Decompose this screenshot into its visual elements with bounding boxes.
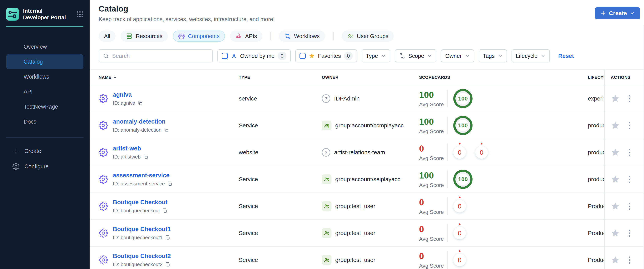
scorecard-rings: 100 bbox=[453, 116, 472, 135]
sidebar-item-overview[interactable]: Overview bbox=[0, 39, 90, 54]
favorites-filter[interactable]: Favorites 0 bbox=[295, 49, 357, 62]
tab-components[interactable]: Components bbox=[173, 30, 225, 42]
favorite-star-button[interactable] bbox=[611, 202, 620, 211]
scope-dropdown[interactable]: Scope bbox=[395, 49, 436, 62]
tags-dropdown[interactable]: Tags bbox=[479, 49, 507, 62]
sidebar-item-api[interactable]: API bbox=[0, 84, 90, 99]
copy-icon[interactable] bbox=[165, 262, 170, 267]
entity-id: ID: assessment-service bbox=[113, 181, 165, 187]
favorite-star-button[interactable] bbox=[611, 148, 620, 157]
row-menu-button[interactable] bbox=[628, 202, 631, 211]
column-header-name[interactable]: NAME bbox=[98, 75, 116, 80]
sidebar-item-workflows[interactable]: Workflows bbox=[0, 69, 90, 84]
favorites-checkbox[interactable] bbox=[300, 53, 306, 59]
avg-score-value: 100 bbox=[419, 116, 447, 127]
sidebar-create-button[interactable]: Create bbox=[0, 143, 90, 159]
favorites-count: 0 bbox=[344, 52, 353, 60]
copy-icon[interactable] bbox=[143, 154, 148, 160]
entity-name-link[interactable]: Boutique Checkout2 bbox=[113, 253, 171, 260]
scorecard-ring[interactable]: 100 bbox=[453, 170, 472, 189]
sidebar-configure-button[interactable]: Configure bbox=[0, 159, 90, 174]
reset-filters-link[interactable]: Reset bbox=[558, 53, 574, 59]
scorecard-ring[interactable]: 0 bbox=[453, 200, 466, 213]
group-icon bbox=[322, 255, 332, 265]
owned-by-me-checkbox[interactable] bbox=[222, 53, 228, 59]
owner-name: IDPAdmin bbox=[334, 95, 360, 102]
table-row: Boutique Checkout2 ID: boutiquecheckout2… bbox=[90, 247, 644, 269]
type-dropdown[interactable]: Type bbox=[362, 49, 390, 62]
copy-icon[interactable] bbox=[167, 181, 172, 186]
column-header-lifecycle[interactable]: LIFECYCLE bbox=[588, 75, 604, 80]
column-header-type[interactable]: TYPE bbox=[233, 75, 322, 80]
scorecard-ring[interactable]: 0 bbox=[453, 227, 466, 240]
entity-name-link[interactable]: Boutique Checkout bbox=[113, 199, 168, 206]
sidebar-item-docs[interactable]: Docs bbox=[0, 114, 90, 129]
plus-icon bbox=[600, 10, 606, 16]
table-header: NAME TYPE OWNER SCORECARDS LIFECYCLE ACT… bbox=[90, 69, 644, 85]
component-gear-icon bbox=[98, 175, 108, 184]
apps-grid-icon[interactable] bbox=[76, 10, 84, 18]
search-box[interactable] bbox=[98, 49, 213, 62]
create-button-label: Create bbox=[609, 10, 627, 16]
entity-tabs: All Resources Components APIs Workflows bbox=[98, 30, 644, 42]
tags-dropdown-label: Tags bbox=[483, 53, 495, 59]
owned-by-me-filter[interactable]: Owned by me 0 bbox=[218, 49, 291, 62]
search-input[interactable] bbox=[112, 53, 208, 59]
owner-dropdown[interactable]: Owner bbox=[441, 49, 474, 62]
avg-score-value: 0 bbox=[419, 197, 447, 208]
copy-icon[interactable] bbox=[164, 127, 169, 133]
entity-name-link[interactable]: agniva bbox=[113, 91, 143, 98]
favorite-star-button[interactable] bbox=[611, 229, 620, 238]
column-header-scorecards[interactable]: SCORECARDS bbox=[419, 75, 588, 80]
sidebar-create-label: Create bbox=[24, 148, 41, 154]
tab-user-groups[interactable]: User Groups bbox=[342, 30, 394, 42]
scorecard-ring[interactable]: 100 bbox=[453, 89, 472, 108]
tab-group-divider bbox=[270, 32, 271, 40]
sidebar-item-testnewpage[interactable]: TestNewPage bbox=[0, 99, 90, 114]
copy-icon[interactable] bbox=[162, 208, 167, 213]
column-header-owner[interactable]: OWNER bbox=[322, 75, 419, 80]
lifecycle-dropdown[interactable]: Lifecycle bbox=[512, 49, 550, 62]
tab-resources[interactable]: Resources bbox=[120, 30, 168, 42]
entity-name-link[interactable]: anomaly-detection bbox=[113, 118, 169, 125]
components-gear-icon bbox=[178, 33, 185, 39]
favorite-star-button[interactable] bbox=[611, 255, 620, 265]
row-menu-button[interactable] bbox=[628, 255, 631, 265]
row-menu-button[interactable] bbox=[628, 121, 631, 130]
favorite-star-button[interactable] bbox=[611, 94, 620, 103]
scorecard-rings: 0 bbox=[453, 254, 466, 266]
page-subtitle: Keep track of applications, services, we… bbox=[98, 16, 275, 22]
sidebar-item-catalog[interactable]: Catalog bbox=[6, 54, 83, 69]
copy-icon[interactable] bbox=[165, 235, 170, 240]
entity-name-link[interactable]: Boutique Checkout1 bbox=[113, 226, 171, 233]
copy-icon[interactable] bbox=[138, 100, 143, 106]
lifecycle-value: production bbox=[588, 149, 604, 155]
sort-asc-icon bbox=[114, 76, 116, 78]
entity-name-link[interactable]: artist-web bbox=[113, 145, 148, 152]
row-menu-button[interactable] bbox=[628, 94, 631, 103]
tab-resources-label: Resources bbox=[136, 33, 162, 39]
favorite-star-button[interactable] bbox=[611, 121, 620, 130]
component-gear-icon bbox=[98, 121, 108, 130]
create-button[interactable]: Create bbox=[595, 7, 640, 19]
scorecard-ring[interactable]: 0 bbox=[475, 146, 488, 159]
scorecard-ring[interactable]: 100 bbox=[453, 116, 472, 135]
table-row: artist-web ID: artistweb website ? artis… bbox=[90, 139, 644, 166]
tab-workflows[interactable]: Workflows bbox=[279, 30, 325, 42]
row-menu-button[interactable] bbox=[628, 148, 631, 157]
entity-name-link[interactable]: assessment-service bbox=[113, 172, 172, 179]
row-menu-button[interactable] bbox=[628, 175, 631, 184]
table-row: Boutique Checkout ID: boutiquecheckout S… bbox=[90, 193, 644, 220]
favorite-star-button[interactable] bbox=[611, 175, 620, 184]
scope-dropdown-label: Scope bbox=[408, 53, 424, 59]
scorecard-ring[interactable]: 0 bbox=[453, 146, 466, 159]
scorecard-rings: 00 bbox=[453, 146, 488, 159]
scorecard-ring[interactable]: 0 bbox=[453, 254, 466, 266]
catalog-table: NAME TYPE OWNER SCORECARDS LIFECYCLE ACT… bbox=[90, 69, 644, 269]
tab-all[interactable]: All bbox=[98, 30, 116, 42]
owner-name: group:account/ccmplayacc bbox=[335, 122, 404, 129]
scrollbar-track[interactable] bbox=[643, 25, 644, 269]
scorecard-divider bbox=[447, 90, 448, 107]
tab-apis[interactable]: APIs bbox=[230, 30, 262, 42]
row-menu-button[interactable] bbox=[628, 229, 631, 238]
